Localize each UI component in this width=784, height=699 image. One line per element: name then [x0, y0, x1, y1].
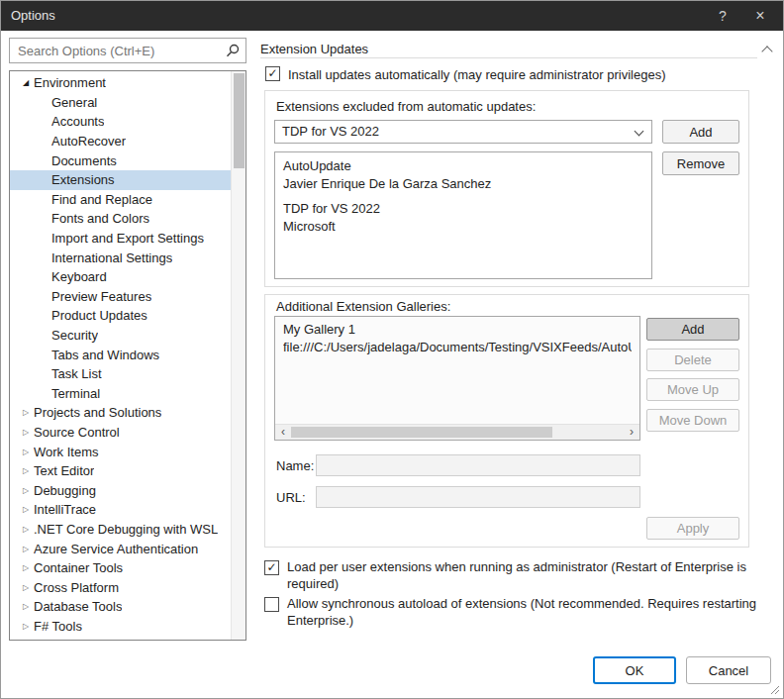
tree-item-label: Database Tools [34, 599, 122, 614]
tree-item-extensions[interactable]: Extensions [10, 170, 231, 190]
tree-item-label: Source Control [34, 425, 120, 440]
tree-item-database-tools[interactable]: ▷Database Tools [10, 597, 231, 617]
tree-item-label: Find and Replace [51, 192, 152, 207]
collapsed-expander-icon[interactable]: ▷ [18, 525, 34, 534]
tree-item-label: Task List [51, 366, 102, 381]
collapsed-expander-icon[interactable]: ▷ [18, 563, 34, 572]
galleries-list[interactable]: My Gallery 1file:///C:/Users/jadelaga/Do… [274, 316, 640, 441]
gallery-add-button[interactable]: Add [646, 318, 739, 341]
tree-item-f-tools[interactable]: ▷F# Tools [10, 617, 231, 637]
search-input[interactable] [9, 38, 246, 63]
gallery-move-down-button[interactable]: Move Down [646, 409, 739, 432]
expanded-expander-icon[interactable]: ◢ [18, 78, 34, 87]
gallery-move-up-button[interactable]: Move Up [646, 378, 739, 401]
tree-item-label: Preview Features [51, 289, 151, 304]
tree-item-label: Azure Service Authentication [34, 542, 198, 556]
tree-item-keyboard[interactable]: Keyboard [10, 267, 231, 287]
collapsed-expander-icon[interactable]: ▷ [18, 428, 34, 437]
tree-item-label: Container Tools [34, 560, 123, 575]
tree-item-autorecover[interactable]: AutoRecover [10, 132, 231, 151]
tree-item-azure-service-authentication[interactable]: ▷Azure Service Authentication [10, 539, 231, 558]
load-per-user-checkbox[interactable]: ✓ [264, 560, 279, 575]
tree-item-find-and-replace[interactable]: Find and Replace [10, 190, 231, 210]
install-updates-checkbox[interactable]: ✓ [265, 66, 280, 81]
collapse-chevron-up-icon[interactable] [761, 46, 772, 56]
collapsed-expander-icon[interactable]: ▷ [18, 408, 34, 417]
allow-sync-autoload-checkbox[interactable] [264, 597, 279, 612]
tree-item-fonts-and-colors[interactable]: Fonts and Colors [10, 209, 231, 229]
tree-item-label: Keyboard [51, 269, 107, 284]
tree-item-label: Import and Export Settings [51, 231, 204, 246]
tree-item-security[interactable]: Security [10, 326, 231, 346]
tree-item-import-and-export-settings[interactable]: Import and Export Settings [10, 229, 231, 249]
excluded-group-title: Extensions excluded from automatic updat… [276, 99, 536, 114]
tree-item-terminal[interactable]: Terminal [10, 384, 231, 404]
galleries-horizontal-scrollbar[interactable]: ‹ › [275, 424, 639, 440]
search-icon[interactable] [225, 43, 241, 58]
gallery-delete-button[interactable]: Delete [646, 349, 739, 371]
collapsed-expander-icon[interactable]: ▷ [18, 583, 34, 592]
tree-item-net-core-debugging-with-wsl[interactable]: ▷.NET Core Debugging with WSL [10, 520, 231, 540]
help-button[interactable]: ? [706, 1, 739, 31]
extension-name: AutoUpdate [283, 157, 643, 175]
collapsed-expander-icon[interactable]: ▷ [18, 486, 34, 495]
resize-grip-icon[interactable] [768, 683, 780, 695]
tree-item-text-editor[interactable]: ▷Text Editor [10, 461, 231, 481]
tree-item-debugging[interactable]: ▷Debugging [10, 480, 231, 500]
tree-item-projects-and-solutions[interactable]: ▷Projects and Solutions [10, 403, 231, 423]
tree-item-preview-features[interactable]: Preview Features [10, 287, 231, 307]
collapsed-expander-icon[interactable]: ▷ [18, 602, 34, 611]
collapsed-expander-icon[interactable]: ▷ [18, 622, 34, 631]
tree-item-label: International Settings [51, 250, 172, 265]
tree-item-source-control[interactable]: ▷Source Control [10, 423, 231, 443]
allow-sync-autoload-label: Allow synchronous autoload of extensions… [287, 595, 784, 629]
gallery-url-input[interactable] [316, 486, 640, 508]
tree-item-documents[interactable]: Documents [10, 150, 231, 170]
cancel-button[interactable]: Cancel [686, 656, 771, 684]
excluded-extensions-list[interactable]: AutoUpdateJavier Enrique De la Garza San… [274, 151, 652, 279]
excluded-add-button[interactable]: Add [662, 120, 739, 144]
tree-item-label: Accounts [51, 114, 104, 129]
tree-vertical-scrollbar[interactable] [231, 71, 245, 640]
excluded-remove-button[interactable]: Remove [662, 151, 739, 175]
tree-item-label: General [51, 95, 97, 110]
close-button[interactable]: × [743, 1, 777, 31]
collapsed-expander-icon[interactable]: ▷ [18, 505, 34, 514]
excluded-extension-entry[interactable]: TDP for VS 2022Microsoft [283, 200, 643, 236]
tree-item-intellitrace[interactable]: ▷IntelliTrace [10, 500, 231, 520]
horizontal-scrollbar-thumb[interactable] [291, 427, 552, 438]
scroll-right-arrow-icon[interactable]: › [624, 425, 639, 440]
tree-item-container-tools[interactable]: ▷Container Tools [10, 558, 231, 578]
search-box [9, 38, 246, 63]
collapsed-expander-icon[interactable]: ▷ [18, 448, 34, 456]
tree-item-environment[interactable]: ◢Environment [10, 73, 231, 93]
gallery-name-input[interactable] [316, 454, 640, 476]
excluded-extensions-dropdown[interactable]: TDP for VS 2022 [274, 120, 652, 144]
options-dialog: Options ? × ◢EnvironmentGeneralAccountsA… [0, 0, 784, 699]
gallery-url: file:///C:/Users/jadelaga/Documents/Test… [283, 339, 632, 356]
tree-item-product-updates[interactable]: Product Updates [10, 306, 231, 326]
gallery-item[interactable]: My Gallery 1file:///C:/Users/jadelaga/Do… [283, 321, 632, 356]
tree-item-task-list[interactable]: Task List [10, 364, 231, 384]
chevron-down-icon [635, 127, 644, 137]
collapsed-expander-icon[interactable]: ▷ [18, 545, 34, 553]
tree-item-label: Work Items [34, 445, 99, 459]
install-updates-label: Install updates automatically (may requi… [288, 66, 666, 83]
tree-item-accounts[interactable]: Accounts [10, 112, 231, 132]
tree-item-label: Cross Platform [34, 580, 119, 595]
scroll-left-arrow-icon[interactable]: ‹ [275, 425, 291, 440]
ok-button[interactable]: OK [593, 656, 676, 684]
gallery-name-label: Name: [276, 458, 314, 473]
collapsed-expander-icon[interactable]: ▷ [18, 466, 34, 475]
tree-item-label: Text Editor [34, 463, 94, 478]
tree-item-work-items[interactable]: ▷Work Items [10, 442, 231, 461]
tree-item-general[interactable]: General [10, 93, 231, 113]
tree-item-cross-platform[interactable]: ▷Cross Platform [10, 577, 231, 597]
options-tree: ◢EnvironmentGeneralAccountsAutoRecoverDo… [9, 70, 246, 641]
tree-scrollbar-thumb[interactable] [234, 73, 245, 168]
tree-item-international-settings[interactable]: International Settings [10, 248, 231, 267]
excluded-extension-entry[interactable]: AutoUpdateJavier Enrique De la Garza San… [283, 157, 643, 193]
tree-item-tabs-and-windows[interactable]: Tabs and Windows [10, 345, 231, 364]
tree-item-label: Environment [34, 75, 106, 90]
gallery-apply-button[interactable]: Apply [646, 517, 739, 540]
